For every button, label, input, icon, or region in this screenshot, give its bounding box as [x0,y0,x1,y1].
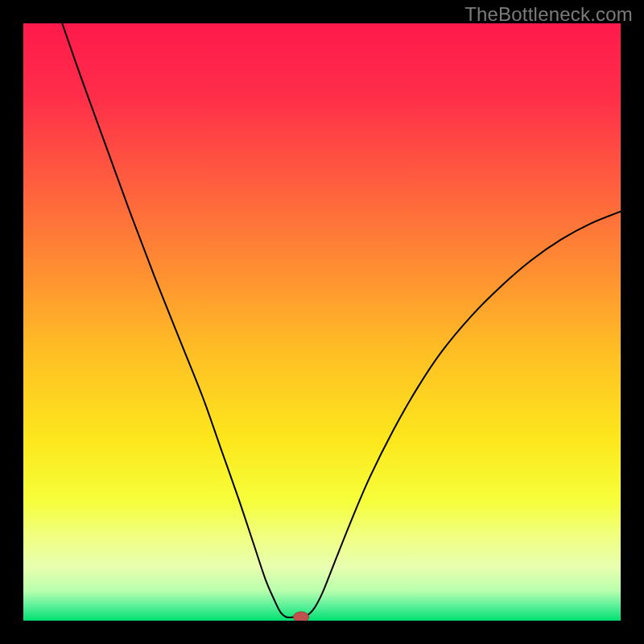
chart-svg [23,23,621,621]
chart-frame: TheBottleneck.com [0,0,644,644]
plot-area [23,23,621,621]
watermark-text: TheBottleneck.com [464,3,633,26]
gradient-background [23,23,621,621]
minimum-marker [293,612,308,621]
